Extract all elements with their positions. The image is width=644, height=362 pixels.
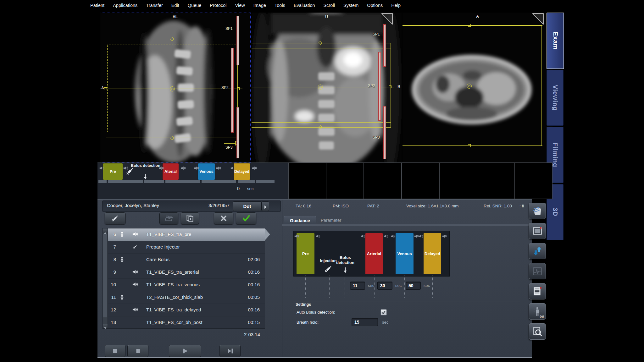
slice-handle-left[interactable] [104, 87, 107, 90]
timeline-phase-delayed[interactable]: Delayed [234, 163, 250, 180]
viewport-coronal[interactable]: H R SP1 SP2 SP3 [252, 13, 402, 162]
copy-protocol-button[interactable] [181, 212, 199, 224]
menu-protocol[interactable]: Protocol [210, 3, 226, 8]
breath-hold-input[interactable]: 15 [352, 318, 378, 326]
menu-view[interactable]: View [235, 3, 245, 8]
timeline-phase-venous[interactable]: Venous [198, 163, 215, 180]
menu-tools[interactable]: Tools [275, 3, 285, 8]
dot-engine-menu-arrow[interactable] [262, 201, 269, 211]
speaker-icon[interactable] [159, 166, 164, 170]
timeline-track-segment[interactable] [256, 180, 275, 183]
slice-handle-right[interactable] [389, 85, 391, 88]
image-review-button[interactable] [529, 223, 546, 239]
open-protocol-button[interactable] [159, 212, 178, 224]
guidance-phase-arterial[interactable]: Arterial [365, 233, 383, 274]
menu-edit[interactable]: Edit [171, 3, 179, 8]
speaker-icon[interactable] [123, 166, 128, 170]
cancel-button[interactable] [214, 212, 233, 224]
dot-engine-button[interactable]: Dot [233, 201, 262, 211]
tab-guidance[interactable]: Guidance [284, 216, 316, 225]
menu-image[interactable]: Image [253, 3, 266, 8]
pause-button[interactable] [127, 345, 148, 357]
tab-viewing[interactable]: Viewing [547, 70, 564, 126]
data-transfer-button[interactable] [529, 243, 546, 259]
speaker-icon[interactable] [252, 166, 257, 170]
stop-button[interactable] [105, 345, 125, 357]
queue-row[interactable]: 8Care Bolus02:06 [108, 254, 265, 266]
speaker-icon[interactable] [99, 166, 104, 170]
physio-curve-button[interactable] [529, 263, 546, 279]
viewport-sagittal[interactable]: HL A SP1 SP2 SP3 [100, 13, 251, 162]
sat-band-sp1[interactable] [383, 24, 386, 67]
queue-scrollbar-thumb[interactable] [103, 234, 107, 317]
apply-button[interactable] [236, 212, 256, 224]
venous-to-delayed-delay-input[interactable]: 50 [406, 282, 421, 290]
queue-row[interactable]: 9T1_VIBE_FS_tra_arterial00:16 [108, 266, 265, 279]
queue-row[interactable]: 6T1_VIBE_FS_tra_pre [108, 228, 265, 241]
menu-evaluation[interactable]: Evaluation [294, 3, 315, 8]
slice-center-marker[interactable] [318, 85, 323, 90]
guidance-phase-pre[interactable]: Pre [297, 233, 314, 274]
play-button[interactable] [169, 345, 201, 357]
timeline-phase-arterial[interactable]: Aterial [163, 163, 179, 180]
menu-scroll[interactable]: Scroll [324, 3, 335, 8]
sat-band-sp3[interactable] [236, 107, 239, 158]
inject-contrast-button[interactable] [105, 212, 125, 224]
timeline-track-segment[interactable] [165, 180, 200, 183]
viewport-axial[interactable]: A [402, 13, 552, 162]
slice-center-marker[interactable] [467, 84, 472, 89]
speaker-icon[interactable] [442, 234, 447, 238]
sat-band-sp2[interactable] [378, 52, 381, 121]
protocol-sheet-button[interactable] [529, 283, 546, 299]
timeline-track-segment[interactable] [238, 180, 255, 183]
timeline-track-segment[interactable] [108, 180, 143, 183]
tab-exam[interactable]: Exam [547, 13, 564, 69]
skip-button[interactable] [219, 345, 241, 357]
speaker-icon[interactable] [384, 234, 388, 238]
menu-options[interactable]: Options [367, 3, 383, 8]
sat-band-sp3[interactable] [383, 106, 386, 159]
queue-row[interactable]: 12T1_VIBE_FS_tra_delayed00:16 [108, 304, 265, 316]
guidance-phase-delayed[interactable]: Delayed [424, 233, 441, 274]
menu-system[interactable]: System [343, 3, 358, 8]
speaker-icon[interactable] [216, 166, 221, 170]
speaker-icon[interactable] [414, 234, 419, 238]
tab-parameter[interactable]: Parameter [315, 216, 347, 224]
menu-transfer[interactable]: Transfer [146, 3, 163, 8]
sar-level-button[interactable]: 0% [529, 303, 546, 320]
menu-queue[interactable]: Queue [188, 3, 202, 8]
sat-band-sp2[interactable] [231, 48, 234, 133]
speaker-icon[interactable] [419, 234, 423, 238]
timeline-phase-pre[interactable]: Pre [103, 163, 123, 180]
slice-center-marker[interactable] [170, 86, 175, 91]
queue-scroll-up-button[interactable] [103, 228, 108, 233]
queue-row[interactable]: 10T1_VIBE_FS_tra_venous00:16 [108, 279, 265, 291]
queue-row[interactable]: 11T2_HASTE_cor_thick_slab00:05 [108, 291, 265, 304]
speaker-icon[interactable] [230, 166, 236, 170]
head-position-button[interactable] [529, 203, 546, 219]
timeline-track-segment[interactable] [202, 180, 236, 183]
auto-bolus-detection-checkbox[interactable] [380, 309, 387, 315]
queue-row[interactable]: 7Prepare Injector [108, 241, 265, 254]
speaker-icon[interactable] [181, 166, 186, 170]
arterial-to-venous-delay-input[interactable]: 30 [377, 282, 392, 290]
magnify-preview-button[interactable] [529, 323, 546, 340]
sat-band-sp1[interactable] [236, 16, 239, 65]
slice-handle-bottom[interactable] [468, 144, 471, 147]
speaker-icon[interactable] [194, 166, 199, 170]
speaker-icon[interactable] [316, 234, 320, 238]
speaker-icon[interactable] [361, 234, 365, 238]
speaker-icon[interactable] [294, 234, 299, 238]
menu-help[interactable]: Help [391, 3, 401, 8]
menu-patient[interactable]: Patient [90, 3, 104, 8]
queue-scroll-down-button[interactable] [103, 324, 108, 328]
bolus-to-arterial-delay-input[interactable]: 11 [350, 282, 365, 290]
slice-handle-right[interactable] [237, 87, 240, 90]
menu-applications[interactable]: Applications [113, 3, 137, 8]
guidance-phase-venous[interactable]: Venous [396, 233, 414, 274]
speaker-icon[interactable] [391, 234, 396, 238]
queue-row[interactable]: 13T1_VIBE_FS_cor_bh_post00:15 [108, 316, 265, 329]
slice-handle-top[interactable] [468, 24, 471, 27]
timeline-track-segment[interactable] [98, 180, 107, 183]
timeline-track-segment[interactable] [144, 180, 164, 183]
